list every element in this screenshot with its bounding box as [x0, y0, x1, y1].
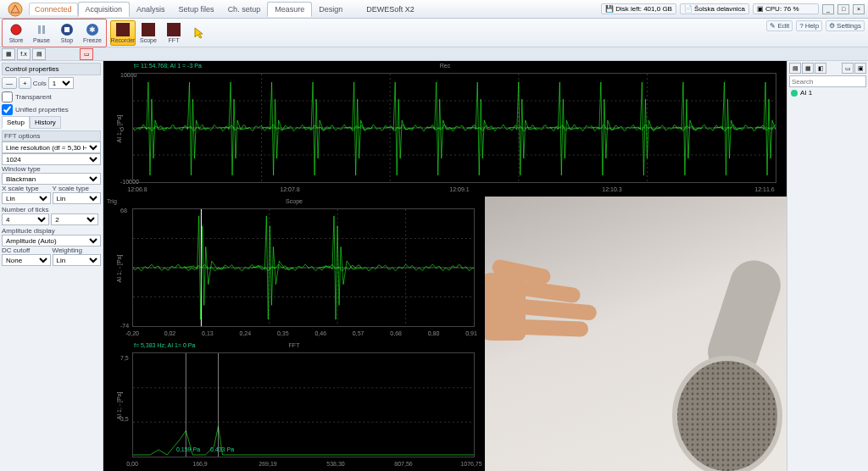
tab-acquisition[interactable]: Acquisition — [78, 2, 131, 17]
channel-name: AI 1 — [800, 89, 812, 97]
control-properties-panel: Control properties — + Cols 1 Transparen… — [0, 61, 103, 471]
ch-icon-3[interactable]: ◧ — [815, 63, 826, 74]
freeze-button[interactable]: ✱Freeze — [80, 20, 105, 46]
help-icon: ? — [799, 22, 803, 30]
num-ticks-label: Number of ticks — [2, 206, 101, 213]
channel-search-input[interactable] — [789, 75, 866, 87]
scope-button[interactable]: Scope — [136, 20, 161, 46]
line-res-select[interactable]: Line resolution (df = 5,30 Hz) — [2, 141, 101, 153]
microphone-image — [634, 259, 787, 471]
help-link[interactable]: ?Help — [796, 20, 822, 31]
fft-info: f= 5,383 Hz; AI 1= 0 Pa — [134, 342, 195, 348]
fft-icon — [167, 23, 181, 36]
view-icon-2[interactable]: f.x — [17, 48, 31, 60]
scope-icon — [142, 23, 155, 36]
view-icon-3[interactable]: ▤ — [32, 48, 46, 60]
remove-col-button[interactable]: — — [2, 77, 17, 89]
fft-chart[interactable]: f= 5,383 Hz; AI 1= 0 Pa FFT AI 1; - [Pa]… — [103, 341, 485, 471]
recorder-icon — [116, 23, 130, 36]
history-tab[interactable]: History — [30, 116, 61, 129]
status-file: 📄Šolska delavnica — [680, 3, 749, 14]
yscale-label: Y scale type — [53, 185, 102, 192]
tab-measure[interactable]: Measure — [267, 2, 312, 17]
xscale-select[interactable]: Lin — [2, 192, 51, 204]
rec-chart[interactable]: t= 11:54.768; AI 1 = -3 Pa Rec AI 1; - [… — [103, 61, 787, 197]
svg-text:✱: ✱ — [89, 25, 96, 34]
scope-waveform — [133, 209, 474, 326]
tab-design[interactable]: Design — [312, 3, 349, 16]
dc-cutoff-select[interactable]: None — [2, 254, 51, 266]
unified-checkbox[interactable]: Unified properties — [2, 103, 101, 116]
cursor-button[interactable] — [186, 20, 212, 46]
ticks-x-select[interactable]: 4 — [2, 213, 49, 225]
pause-button[interactable]: Pause — [29, 20, 54, 46]
ch-icon-1[interactable]: ▤ — [789, 63, 801, 74]
cols-select[interactable]: 1 — [48, 77, 74, 89]
channel-color-icon — [791, 90, 798, 97]
status-cpu: ▣CPU: 76 % — [753, 3, 819, 14]
fft-title: FFT — [289, 342, 300, 348]
ch-icon-2[interactable]: ▦ — [802, 63, 814, 74]
channel-row[interactable]: AI 1 — [789, 87, 866, 98]
amp-display-label: Amplitude display — [2, 227, 101, 235]
maximize-button[interactable]: □ — [837, 4, 849, 14]
camera-view[interactable] — [485, 197, 787, 471]
status-disk: 💾Disk left: 401,0 GB — [601, 3, 676, 14]
scope-title: Scope — [286, 198, 303, 204]
svg-rect-2 — [38, 25, 41, 34]
setup-tab[interactable]: Setup — [2, 116, 30, 129]
weighting-select[interactable]: Lin — [53, 254, 102, 266]
tab-ch-setup[interactable]: Ch. setup — [221, 3, 268, 16]
stop-button[interactable]: Stop — [54, 20, 80, 46]
menubar: Connected Acquisition Analysis Setup fil… — [0, 0, 868, 19]
settings-link[interactable]: ⚙Settings — [826, 20, 865, 31]
scope-chart[interactable]: Trig Scope AI 1; - [Pa] 68 -74 — [103, 197, 485, 341]
main-area: Control properties — + Cols 1 Transparen… — [0, 61, 868, 471]
hand-image — [492, 264, 644, 357]
minimize-button[interactable]: _ — [822, 4, 834, 14]
scope-ylabel: AI 1; - [Pa] — [116, 254, 122, 282]
ch-icon-5[interactable]: ▣ — [854, 63, 866, 74]
ch-icon-4[interactable]: ▭ — [842, 63, 854, 74]
panel-title: Control properties — [2, 63, 101, 75]
svg-rect-3 — [42, 25, 45, 34]
edit-link[interactable]: ✎Edit — [766, 20, 793, 31]
scope-column: Trig Scope AI 1; - [Pa] 68 -74 — [103, 197, 485, 471]
xscale-label: X scale type — [2, 185, 51, 192]
weighting-label: Weighting — [53, 247, 102, 254]
fft-options-label: FFT options — [2, 130, 101, 141]
toolbar: Store Pause Stop ✱Freeze Recorder Scope … — [0, 19, 868, 47]
view-icon-1[interactable]: ▦ — [2, 48, 15, 60]
status-connected: Connected — [29, 3, 78, 15]
dc-cutoff-label: DC cutoff — [2, 247, 51, 254]
tab-setup-files[interactable]: Setup files — [172, 3, 221, 16]
rec-waveform — [133, 74, 776, 182]
pencil-icon: ✎ — [770, 22, 776, 30]
yscale-select[interactable]: Lin — [53, 192, 102, 204]
close-button[interactable]: × — [853, 4, 865, 14]
amp-display-select[interactable]: Amplitude (Auto) — [2, 235, 101, 247]
fft-mark-1: 0,159 Pa — [176, 446, 200, 452]
channel-panel: ▤ ▦ ◧ ▭ ▣ AI 1 — [787, 61, 868, 471]
cpu-icon: ▣ — [757, 5, 764, 13]
recorder-button[interactable]: Recorder — [110, 20, 136, 46]
app-title: DEWESoft X2 — [366, 5, 415, 14]
fft-button[interactable]: FFT — [161, 20, 186, 46]
cols-label: Cols — [33, 80, 47, 87]
window-select[interactable]: Blackman — [2, 173, 101, 185]
tab-analysis[interactable]: Analysis — [130, 3, 172, 16]
add-col-button[interactable]: + — [19, 77, 31, 89]
line-res-value-select[interactable]: 1024 — [2, 153, 101, 165]
svg-point-1 — [11, 25, 21, 35]
help-links: ✎Edit ?Help ⚙Settings — [766, 20, 865, 31]
disk-icon: 💾 — [605, 5, 614, 13]
transparent-checkbox[interactable]: Transparent — [2, 91, 101, 103]
store-button[interactable]: Store — [3, 20, 29, 46]
plots-area: t= 11:54.768; AI 1 = -3 Pa Rec AI 1; - [… — [103, 61, 787, 471]
view-icon-active[interactable]: ▭ — [80, 48, 93, 60]
view-iconstrip: ▦ f.x ▤ ▭ — [0, 47, 868, 61]
gear-icon: ⚙ — [829, 22, 835, 30]
fft-waveform — [133, 353, 474, 457]
app-orb-icon[interactable] — [3, 0, 27, 19]
ticks-y-select[interactable]: 2 — [51, 213, 98, 225]
